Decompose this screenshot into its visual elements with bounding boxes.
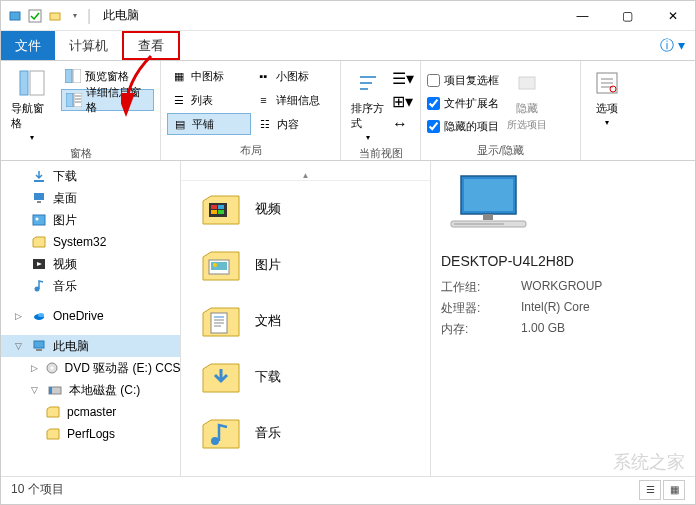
group-showhide-label: 显示/隐藏 <box>427 141 574 158</box>
minimize-button[interactable]: — <box>560 2 605 30</box>
svg-rect-34 <box>49 387 52 394</box>
nav-videos[interactable]: 视频 <box>1 253 180 275</box>
nav-pictures[interactable]: 图片 <box>1 209 180 231</box>
maximize-button[interactable]: ▢ <box>605 2 650 30</box>
workgroup-value: WORKGROUP <box>521 279 602 296</box>
folder-pictures[interactable]: 图片 <box>181 237 430 293</box>
mem-label: 内存: <box>441 321 521 338</box>
small-icons-button[interactable]: ▪▪小图标 <box>252 65 335 87</box>
nav-localc[interactable]: ▽本地磁盘 (C:) <box>1 379 180 401</box>
preview-pane-button[interactable]: 预览窗格 <box>61 65 154 87</box>
nav-onedrive[interactable]: ▷OneDrive <box>1 305 180 327</box>
navigation-pane[interactable]: 下载 桌面 图片 System32 视频 音乐 ▷OneDrive ▽此电脑 ▷… <box>1 161 181 476</box>
cpu-value: Intel(R) Core <box>521 300 590 317</box>
svg-rect-1 <box>29 10 41 22</box>
details-pane-button[interactable]: 详细信息窗格 <box>61 89 154 111</box>
tab-computer[interactable]: 计算机 <box>55 31 122 60</box>
svg-rect-7 <box>73 69 81 83</box>
svg-rect-51 <box>483 214 493 220</box>
scroll-up-icon[interactable]: ▲ <box>181 171 430 181</box>
folder-documents[interactable]: 文档 <box>181 293 430 349</box>
nav-music[interactable]: 音乐 <box>1 275 180 297</box>
medium-icons-button[interactable]: ▦中图标 <box>167 65 250 87</box>
titlebar: ▾ | 此电脑 — ▢ ✕ <box>1 1 695 31</box>
svg-rect-22 <box>33 215 45 225</box>
svg-rect-30 <box>36 349 42 351</box>
hide-selected-button[interactable]: 隐藏 所选项目 <box>503 65 551 141</box>
folder-list[interactable]: ▲ 视频 图片 文档 下载 音乐 <box>181 161 431 476</box>
svg-point-23 <box>36 218 39 221</box>
svg-point-42 <box>213 263 217 267</box>
nav-downloads[interactable]: 下载 <box>1 165 180 187</box>
mem-value: 1.00 GB <box>521 321 565 338</box>
sizecol-icon[interactable]: ↔ <box>392 115 414 133</box>
svg-rect-2 <box>50 13 60 20</box>
options-button[interactable]: 选项 ▾ <box>587 65 627 156</box>
content-button[interactable]: ☷内容 <box>253 113 335 135</box>
item-checkboxes-check[interactable]: 项目复选框 <box>427 70 499 90</box>
workgroup-label: 工作组: <box>441 279 521 296</box>
svg-rect-36 <box>211 205 217 209</box>
cpu-label: 处理器: <box>441 300 521 317</box>
statusbar: 10 个项目 ☰ ▦ <box>1 476 695 502</box>
svg-rect-0 <box>10 12 20 20</box>
group-panes-label: 窗格 <box>7 144 154 161</box>
svg-rect-50 <box>464 179 513 211</box>
nav-desktop[interactable]: 桌面 <box>1 187 180 209</box>
list-button[interactable]: ☰列表 <box>167 89 250 111</box>
nav-perflogs[interactable]: PerfLogs <box>1 423 180 445</box>
svg-point-28 <box>38 313 44 317</box>
svg-rect-38 <box>211 210 217 214</box>
hidden-items-check[interactable]: 隐藏的项目 <box>427 116 499 136</box>
folder-label: 音乐 <box>255 424 281 442</box>
nav-pane-button[interactable]: 导航窗格 ▾ <box>7 65 57 144</box>
addcol-icon[interactable]: ⊞▾ <box>392 92 414 111</box>
close-button[interactable]: ✕ <box>650 2 695 30</box>
svg-rect-9 <box>74 93 82 107</box>
nav-system32[interactable]: System32 <box>1 231 180 253</box>
tab-file[interactable]: 文件 <box>1 31 55 60</box>
preview-pane-label: 预览窗格 <box>85 69 129 84</box>
computer-name: DESKTOP-U4L2H8D <box>441 253 685 269</box>
svg-rect-20 <box>34 193 44 200</box>
view-large-icon[interactable]: ▦ <box>663 480 685 500</box>
folder-label: 图片 <box>255 256 281 274</box>
svg-rect-4 <box>20 71 28 95</box>
window-title: 此电脑 <box>103 7 139 24</box>
item-count: 10 个项目 <box>11 481 64 498</box>
group-currentview-label: 当前视图 <box>347 144 414 161</box>
svg-rect-6 <box>65 69 72 83</box>
qat-folder-icon[interactable] <box>47 8 63 24</box>
tab-view[interactable]: 查看 <box>122 31 180 60</box>
details-pane-label: 详细信息窗格 <box>86 85 149 115</box>
nav-pcmaster[interactable]: pcmaster <box>1 401 180 423</box>
folder-downloads[interactable]: 下载 <box>181 349 430 405</box>
details-pane: DESKTOP-U4L2H8D 工作组:WORKGROUP 处理器:Intel(… <box>431 161 695 476</box>
folder-music[interactable]: 音乐 <box>181 405 430 461</box>
svg-rect-5 <box>30 71 44 95</box>
tiles-button[interactable]: ▤平铺 <box>167 113 251 135</box>
view-details-icon[interactable]: ☰ <box>639 480 661 500</box>
group-layout-label: 布局 <box>167 141 334 158</box>
details-view-button[interactable]: ≡详细信息 <box>252 89 335 111</box>
menubar: 文件 计算机 查看 ⓘ ▾ <box>1 31 695 61</box>
qat-dropdown-icon[interactable]: ▾ <box>67 8 83 24</box>
nav-thispc[interactable]: ▽此电脑 <box>1 335 180 357</box>
svg-rect-39 <box>218 210 224 214</box>
computer-icon <box>441 171 685 241</box>
svg-rect-29 <box>34 341 44 348</box>
file-extensions-check[interactable]: 文件扩展名 <box>427 93 499 113</box>
folder-label: 文档 <box>255 312 281 330</box>
help-icon[interactable]: ⓘ ▾ <box>650 31 695 60</box>
sort-button[interactable]: 排序方式 ▾ <box>347 65 388 144</box>
qat-checkbox-icon[interactable] <box>27 8 43 24</box>
svg-rect-37 <box>218 205 224 209</box>
svg-rect-53 <box>454 223 504 225</box>
content-area: 下载 桌面 图片 System32 视频 音乐 ▷OneDrive ▽此电脑 ▷… <box>1 161 695 476</box>
folder-videos[interactable]: 视频 <box>181 181 430 237</box>
groupby-icon[interactable]: ☰▾ <box>392 69 414 88</box>
svg-rect-8 <box>66 93 73 107</box>
folder-label: 视频 <box>255 200 281 218</box>
nav-dvd[interactable]: ▷DVD 驱动器 (E:) CCSA_X64 <box>1 357 180 379</box>
window-icon <box>7 8 23 24</box>
